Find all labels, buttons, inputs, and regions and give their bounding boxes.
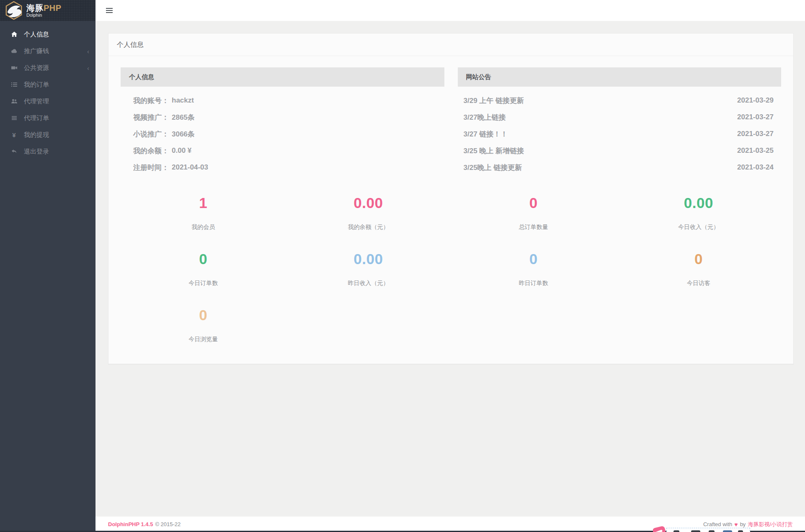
footer-copyright: © 2015-22 <box>155 521 181 527</box>
announcement-item[interactable]: 3/25 晚上 新增链接 2021-03-25 <box>458 142 782 159</box>
stat-label: 今日访客 <box>616 280 781 287</box>
stat-my-balance: 0.00 我的余额（元） <box>286 194 451 231</box>
brand-logo[interactable]: 海豚PHP Dolphin <box>0 0 95 21</box>
sidebar-item-label: 代理订单 <box>24 114 49 122</box>
announcement-text: 3/29 上午 链接更新 <box>464 96 524 105</box>
stat-value: 0 <box>451 250 616 268</box>
announcement-item[interactable]: 3/29 上午 链接更新 2021-03-29 <box>458 92 782 109</box>
announcement-date: 2021-03-29 <box>737 96 774 105</box>
dolphin-logo-icon <box>5 1 23 20</box>
sidebar-item-public-resources[interactable]: 公共资源 ‹ <box>0 59 95 76</box>
stat-value: 0 <box>121 250 286 268</box>
sidebar-item-profile[interactable]: 个人信息 <box>0 26 95 43</box>
stat-today-pageviews: 0 今日浏览量 <box>121 306 286 343</box>
brand-text: 海豚PHP Dolphin <box>26 4 62 18</box>
page-title: 个人信息 <box>108 33 793 56</box>
card-body: 个人信息 我的账号： hackzt 视频推广： 2865条 小说 <box>108 56 793 343</box>
brand-name-cn: 海豚 <box>26 3 44 13</box>
announcement-text: 3/25 晚上 新增链接 <box>464 146 524 156</box>
stat-label: 我的会员 <box>121 224 286 231</box>
announcements-panel: 网站公告 3/29 上午 链接更新 2021-03-29 3/27晚上链接 20… <box>458 67 782 176</box>
stat-label: 昨日订单数 <box>451 280 616 287</box>
info-value: 2865条 <box>172 113 195 122</box>
personal-info-panel: 个人信息 我的账号： hackzt 视频推广： 2865条 小说 <box>121 67 444 176</box>
personal-info-panel-title: 个人信息 <box>121 67 444 87</box>
topbar <box>95 0 805 21</box>
stat-label: 今日浏览量 <box>121 336 286 343</box>
cutoff-floating-widget <box>653 526 750 532</box>
info-row-novel-promo: 小说推广： 3066条 <box>121 126 444 142</box>
stat-value: 0.00 <box>286 250 451 268</box>
info-label: 我的账号： <box>133 96 169 105</box>
yen-icon: ¥ <box>10 132 18 138</box>
stat-label: 我的余额（元） <box>286 224 451 231</box>
announcement-item[interactable]: 3/25晚上 链接更新 2021-03-24 <box>458 159 782 176</box>
sidebar-item-promotion[interactable]: 推广赚钱 ‹ <box>0 43 95 59</box>
stat-label: 今日订单数 <box>121 280 286 287</box>
announcement-text: 3/27 链接！！ <box>464 129 508 139</box>
sidebar-item-label: 公共资源 <box>24 64 49 72</box>
announcement-date: 2021-03-27 <box>737 113 774 121</box>
stat-today-orders: 0 今日订单数 <box>121 250 286 287</box>
stat-value: 0 <box>451 194 616 212</box>
brand-name-php: PHP <box>44 3 62 13</box>
stat-my-members: 1 我的会员 <box>121 194 286 231</box>
stat-value: 1 <box>121 194 286 212</box>
cutoff-glyph <box>691 530 700 532</box>
sidebar-item-label: 退出登录 <box>24 148 49 156</box>
info-value: hackzt <box>172 96 194 105</box>
logout-reply-icon <box>10 148 18 155</box>
content-area: 个人信息 个人信息 我的账号： hackzt 视频推广： <box>95 21 805 517</box>
info-row-register-time: 注册时间： 2021-04-03 <box>121 159 444 176</box>
announcement-text: 3/27晚上链接 <box>464 113 506 122</box>
stat-label: 昨日收入（元） <box>286 280 451 287</box>
sidebar: 海豚PHP Dolphin 个人信息 推广赚钱 ‹ 公共资源 ‹ <box>0 0 95 532</box>
sidebar-item-label: 我的订单 <box>24 81 49 89</box>
sidebar-nav: 个人信息 推广赚钱 ‹ 公共资源 ‹ 我的订单 代理管理 <box>0 21 95 160</box>
announcement-item[interactable]: 3/27 链接！！ 2021-03-27 <box>458 126 782 142</box>
info-label: 视频推广： <box>133 113 169 122</box>
announcement-item[interactable]: 3/27晚上链接 2021-03-27 <box>458 109 782 126</box>
chevron-left-icon: ‹ <box>87 65 89 71</box>
users-icon <box>10 98 18 105</box>
sidebar-item-agent-orders[interactable]: 代理订单 <box>0 110 95 126</box>
announcement-date: 2021-03-27 <box>737 130 774 138</box>
stat-yesterday-income: 0.00 昨日收入（元） <box>286 250 451 287</box>
stat-value: 0.00 <box>286 194 451 212</box>
info-row-balance: 我的余额： 0.00 ¥ <box>121 142 444 159</box>
footer-brand: DolphinPHP 1.4.5 <box>108 521 153 527</box>
cutoff-glyph <box>673 530 679 532</box>
announcement-date: 2021-03-25 <box>737 146 774 155</box>
cutoff-widget-toolbar <box>666 528 750 532</box>
sidebar-item-label: 我的提现 <box>24 131 49 139</box>
info-row-account: 我的账号： hackzt <box>121 92 444 109</box>
sidebar-item-logout[interactable]: 退出登录 <box>0 143 95 160</box>
stat-yesterday-orders: 0 昨日订单数 <box>451 250 616 287</box>
stat-value: 0.00 <box>616 194 781 212</box>
list-icon <box>10 81 18 88</box>
sidebar-toggle-hamburger-icon[interactable] <box>104 6 114 15</box>
sidebar-item-my-orders[interactable]: 我的订单 <box>0 76 95 93</box>
announcement-date: 2021-03-24 <box>737 163 774 172</box>
stat-today-visitors: 0 今日访客 <box>616 250 781 287</box>
info-value: 2021-04-03 <box>172 163 208 172</box>
info-label: 注册时间： <box>133 163 169 172</box>
stats-grid: 1 我的会员 0.00 我的余额（元） 0 总订单数量 0.00 今日收入（元） <box>121 194 781 343</box>
sidebar-item-my-withdrawal[interactable]: ¥ 我的提现 <box>0 126 95 143</box>
announcements-panel-title: 网站公告 <box>458 67 782 87</box>
profile-card: 个人信息 个人信息 我的账号： hackzt 视频推广： <box>108 33 794 364</box>
footer-site-link[interactable]: 海豚影视/小说打赏 <box>748 521 793 528</box>
stat-value: 0 <box>616 250 781 268</box>
stat-total-orders: 0 总订单数量 <box>451 194 616 231</box>
cutoff-glyph <box>709 530 715 532</box>
video-camera-icon <box>10 64 18 71</box>
stat-label: 总订单数量 <box>451 224 616 231</box>
cutoff-glyph <box>723 530 732 532</box>
sidebar-item-agent-management[interactable]: 代理管理 <box>0 93 95 110</box>
stat-value: 0 <box>121 306 286 324</box>
bars-icon <box>10 115 18 121</box>
announcement-text: 3/25晚上 链接更新 <box>464 163 522 172</box>
info-value: 0.00 ¥ <box>172 146 191 155</box>
info-label: 小说推广： <box>133 129 169 139</box>
cloud-icon <box>10 48 18 54</box>
